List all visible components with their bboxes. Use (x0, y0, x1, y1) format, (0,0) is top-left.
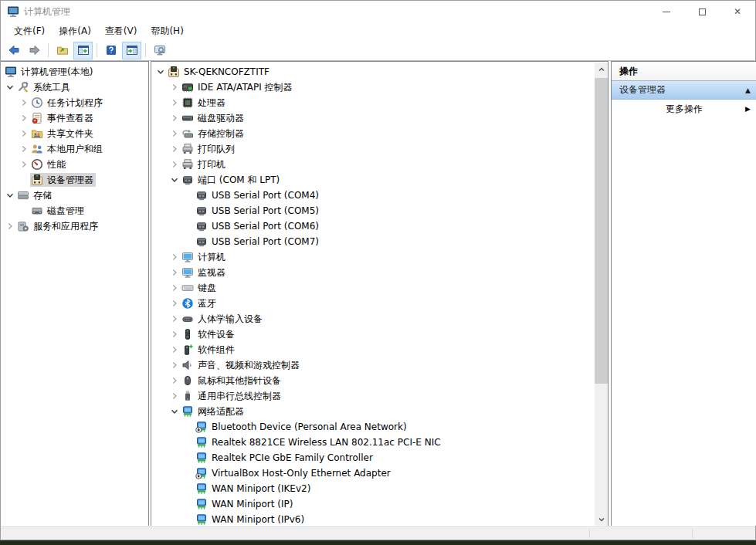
back-button[interactable] (4, 42, 23, 59)
console-tree-item[interactable]: 系统工具 (1, 80, 148, 95)
close-button[interactable]: ✕ (720, 1, 755, 22)
chevron-right-icon[interactable] (168, 328, 181, 340)
console-window-button[interactable] (150, 42, 169, 59)
device-tree-item[interactable]: 处理器 (151, 95, 608, 110)
forward-button[interactable] (25, 42, 44, 59)
device-tree-item[interactable]: USB Serial Port (COM6) (151, 218, 608, 234)
chevron-right-icon[interactable] (168, 297, 181, 310)
device-tree-item[interactable]: 磁盘驱动器 (151, 110, 608, 126)
scroll-up-button[interactable] (595, 63, 608, 76)
chevron-right-icon[interactable] (168, 143, 181, 155)
device-tree-item[interactable]: 人体学输入设备 (151, 311, 608, 327)
chevron-down-icon[interactable] (154, 66, 167, 78)
chevron-right-icon[interactable] (18, 143, 30, 155)
device-tree-item[interactable]: 网络适配器 (151, 404, 608, 419)
chevron-right-icon[interactable] (168, 313, 181, 325)
chevron-right-icon[interactable] (168, 127, 181, 140)
console-tree-item-label: 设备管理器 (47, 173, 93, 187)
maximize-button[interactable] (684, 1, 720, 22)
console-tree-item[interactable]: 任务计划程序 (1, 95, 148, 110)
chevron-right-icon[interactable] (168, 374, 181, 387)
device-tree-item[interactable]: WAN Miniport (IKEv2) (151, 481, 608, 496)
device-tree-item[interactable]: VirtualBox Host-Only Ethernet Adapter (151, 465, 608, 481)
show-action-pane-button[interactable] (122, 42, 141, 59)
chevron-right-icon[interactable] (18, 96, 30, 109)
device-tree-item[interactable]: Bluetooth Device (Personal Area Network) (151, 419, 608, 435)
device-tree-item[interactable]: 键盘 (151, 280, 608, 296)
chevron-right-icon[interactable] (168, 359, 181, 371)
device-tree-item[interactable]: 监视器 (151, 265, 608, 280)
device-tree-item[interactable]: Realtek 8821CE Wireless LAN 802.11ac PCI… (151, 435, 608, 450)
chevron-right-icon[interactable] (18, 112, 30, 124)
chevron-down-icon[interactable] (168, 174, 181, 186)
chevron-down-icon[interactable] (4, 189, 16, 201)
chevron-right-icon[interactable] (168, 81, 181, 93)
row-body: 处理器 (181, 96, 228, 110)
device-tree-item[interactable]: Realtek PCIe GbE Family Controller (151, 450, 608, 465)
device-tree-item[interactable]: 鼠标和其他指针设备 (151, 373, 608, 388)
console-tree-item[interactable]: 计算机管理(本地) (1, 64, 148, 80)
device-tree-item[interactable]: 端口 (COM 和 LPT) (151, 172, 608, 188)
chevron-right-icon[interactable] (18, 127, 30, 140)
console-tree-item[interactable]: 存储 (1, 188, 148, 203)
console-tree-item[interactable]: 本地用户和组 (1, 141, 148, 157)
menu-v[interactable]: 查看(V) (98, 22, 144, 40)
device-tree-item[interactable]: 软件组件 (151, 342, 608, 357)
device-tree-item[interactable]: IDE ATA/ATAPI 控制器 (151, 80, 608, 95)
row-body: WAN Miniport (IP) (195, 497, 295, 511)
disk-drive-icon (181, 112, 194, 124)
more-actions-item[interactable]: 更多操作 ▶ (612, 100, 756, 118)
row-body: 人体学输入设备 (181, 312, 265, 326)
actions-section-device-manager[interactable]: 设备管理器 ▲ (612, 81, 756, 100)
device-tree-item[interactable]: WAN Miniport (IP) (151, 496, 608, 512)
device-tree-item[interactable]: 计算机 (151, 249, 608, 265)
menu-a[interactable]: 操作(A) (52, 22, 98, 40)
menu-f[interactable]: 文件(F) (7, 22, 52, 40)
collapse-section-icon[interactable]: ▲ (745, 86, 751, 94)
device-tree-item[interactable]: 蓝牙 (151, 296, 608, 311)
scroll-down-button[interactable] (595, 513, 608, 526)
device-tree-item[interactable]: 存储控制器 (151, 126, 608, 141)
chevron-down-icon (598, 516, 605, 523)
chevron-right-icon[interactable] (18, 158, 30, 171)
chevron-right-icon[interactable] (168, 251, 181, 263)
up-level-button[interactable] (53, 42, 72, 59)
help-button[interactable] (101, 42, 120, 59)
device-tree-item[interactable]: 声音、视频和游戏控制器 (151, 357, 608, 373)
chevron-right-icon[interactable] (4, 220, 16, 232)
row-body: 磁盘驱动器 (181, 111, 246, 125)
chevron-right-icon[interactable] (168, 112, 181, 124)
chevron-right-icon[interactable] (168, 96, 181, 109)
vertical-scrollbar[interactable] (595, 63, 608, 526)
device-tree-item[interactable]: 通用串行总线控制器 (151, 388, 608, 404)
row-body: 存储控制器 (181, 127, 246, 140)
chevron-down-icon[interactable] (168, 405, 181, 418)
console-tree-item[interactable]: 服务和应用程序 (1, 218, 148, 234)
row-body: IDE ATA/ATAPI 控制器 (181, 80, 295, 94)
scrollbar-thumb[interactable] (595, 78, 608, 384)
device-tree-item[interactable]: 软件设备 (151, 327, 608, 342)
device-tree-item[interactable]: 打印机 (151, 157, 608, 172)
show-console-tree-button[interactable] (73, 42, 93, 59)
device-tree-item[interactable]: WAN Miniport (IPv6) (151, 512, 608, 526)
device-tree-item[interactable]: USB Serial Port (COM5) (151, 203, 608, 218)
device-tree-item[interactable]: 打印队列 (151, 141, 608, 157)
device-tree-item[interactable]: USB Serial Port (COM4) (151, 188, 608, 203)
menu-h[interactable]: 帮助(H) (144, 22, 190, 40)
console-tree-item[interactable]: 磁盘管理 (1, 203, 148, 218)
chevron-right-icon[interactable] (168, 344, 181, 356)
console-tree-item[interactable]: 性能 (1, 157, 148, 172)
chevron-right-icon[interactable] (168, 390, 181, 402)
console-tree-item[interactable]: 共享文件夹 (1, 126, 148, 141)
console-tree-item[interactable]: 设备管理器 (1, 172, 148, 188)
chevron-right-icon[interactable] (168, 158, 181, 171)
chevron-right-icon[interactable] (168, 282, 181, 294)
row-body: 计算机 (181, 250, 228, 264)
device-tree-item[interactable]: SK-QEKNCOFZTITF (151, 64, 608, 80)
chevron-down-icon[interactable] (4, 81, 16, 93)
console-tree-item[interactable]: 事件查看器 (1, 110, 148, 126)
processor-icon (181, 96, 194, 109)
device-tree-item[interactable]: USB Serial Port (COM7) (151, 234, 608, 249)
chevron-right-icon[interactable] (168, 266, 181, 279)
minimize-button[interactable] (649, 1, 684, 22)
